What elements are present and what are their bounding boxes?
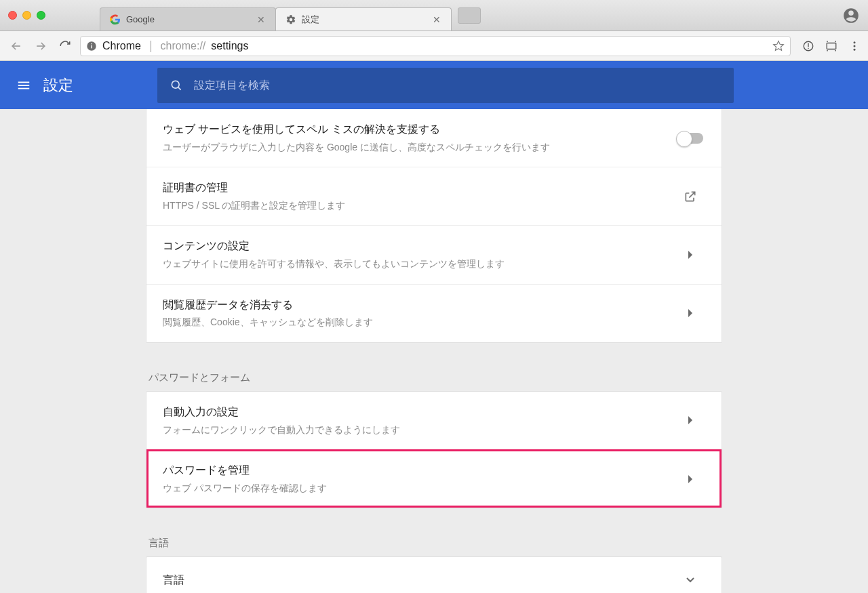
- url-separator: |: [149, 39, 153, 53]
- close-icon[interactable]: ✕: [256, 15, 266, 24]
- row-spell-check-service[interactable]: ウェブ サービスを使用してスペル ミスの解決を支援する ユーザーがブラウザに入力…: [146, 109, 722, 167]
- address-bar[interactable]: Chrome | chrome://settings: [80, 36, 791, 56]
- row-autofill-settings[interactable]: 自動入力の設定 フォームにワンクリックで自動入力できるようにします: [146, 392, 722, 449]
- row-title: 閲覧履歴データを消去する: [163, 297, 675, 314]
- url-path: settings: [211, 40, 248, 52]
- svg-rect-5: [827, 43, 836, 49]
- language-card: 言語: [146, 556, 722, 593]
- browser-toolbar: Chrome | chrome://settings: [0, 31, 868, 61]
- row-title: 自動入力の設定: [163, 404, 675, 421]
- profile-avatar-icon[interactable]: [842, 7, 860, 24]
- settings-search-input[interactable]: [194, 79, 722, 91]
- window-close-button[interactable]: [8, 11, 17, 20]
- menu-icon[interactable]: [16, 78, 31, 93]
- toolbar-extensions: [802, 39, 861, 53]
- search-icon: [170, 79, 183, 92]
- row-subtitle: ウェブサイトに使用を許可する情報や、表示してもよいコンテンツを管理します: [163, 256, 675, 271]
- bookmark-star-icon[interactable]: [772, 40, 785, 52]
- tab-settings[interactable]: 設定 ✕: [275, 7, 452, 30]
- chevron-right-icon: [675, 415, 705, 425]
- traffic-lights: [8, 11, 45, 20]
- svg-point-7: [854, 45, 856, 47]
- row-subtitle: 閲覧履歴、Cookie、キャッシュなどを削除します: [163, 314, 675, 329]
- row-manage-certificates[interactable]: 証明書の管理 HTTPS / SSL の証明書と設定を管理します: [146, 167, 722, 225]
- section-label-passwords-forms: パスワードとフォーム: [149, 371, 722, 384]
- chrome-menu-icon[interactable]: [848, 39, 861, 53]
- row-title: 言語: [163, 572, 675, 589]
- row-subtitle: ユーザーがブラウザに入力した内容を Google に送信し、高度なスペルチェック…: [163, 140, 675, 155]
- url-scheme: chrome://: [161, 40, 206, 52]
- privacy-card: ウェブ サービスを使用してスペル ミスの解決を支援する ユーザーがブラウザに入力…: [146, 109, 722, 343]
- svg-rect-1: [91, 45, 92, 48]
- window-minimize-button[interactable]: [22, 11, 31, 20]
- chevron-right-icon: [675, 474, 705, 484]
- svg-point-8: [854, 48, 856, 50]
- settings-search[interactable]: [157, 68, 734, 103]
- row-language[interactable]: 言語: [146, 557, 722, 593]
- extension-frame-icon[interactable]: [825, 39, 838, 53]
- google-icon: [110, 14, 121, 25]
- svg-rect-2: [91, 43, 92, 44]
- reload-button[interactable]: [56, 37, 75, 56]
- passwords-forms-card: 自動入力の設定 フォームにワンクリックで自動入力できるようにします パスワードを…: [146, 391, 722, 508]
- tab-title: Google: [126, 14, 251, 24]
- svg-rect-10: [18, 85, 30, 86]
- row-title: コンテンツの設定: [163, 238, 675, 255]
- settings-content: ウェブ サービスを使用してスペル ミスの解決を支援する ユーザーがブラウザに入力…: [0, 109, 868, 593]
- chevron-right-icon: [675, 250, 705, 260]
- svg-point-4: [808, 47, 809, 49]
- row-subtitle: ウェブ パスワードの保存を確認します: [163, 480, 675, 495]
- row-title: パスワードを管理: [163, 462, 675, 479]
- svg-point-12: [172, 81, 179, 88]
- url-host: Chrome: [102, 40, 141, 52]
- row-content-settings[interactable]: コンテンツの設定 ウェブサイトに使用を許可する情報や、表示してもよいコンテンツを…: [146, 225, 722, 283]
- open-external-icon[interactable]: [675, 190, 705, 203]
- extension-info-icon[interactable]: [802, 39, 815, 53]
- svg-point-6: [854, 41, 856, 43]
- chevron-right-icon: [675, 308, 705, 318]
- svg-rect-9: [18, 81, 30, 83]
- tab-google[interactable]: Google ✕: [100, 7, 276, 30]
- browser-tabs: Google ✕ 設定 ✕: [100, 0, 481, 30]
- row-title: ウェブ サービスを使用してスペル ミスの解決を支援する: [163, 121, 675, 138]
- forward-button[interactable]: [31, 37, 50, 56]
- row-clear-browsing-data[interactable]: 閲覧履歴データを消去する 閲覧履歴、Cookie、キャッシュなどを削除します: [146, 284, 722, 342]
- close-icon[interactable]: ✕: [432, 15, 441, 24]
- settings-header: 設定: [0, 61, 868, 109]
- page-title: 設定: [43, 75, 73, 96]
- toggle-switch[interactable]: [677, 133, 703, 144]
- back-button[interactable]: [7, 37, 26, 56]
- row-manage-passwords[interactable]: パスワードを管理 ウェブ パスワードの保存を確認します: [146, 449, 722, 508]
- row-subtitle: フォームにワンクリックで自動入力できるようにします: [163, 422, 675, 437]
- window-titlebar: Google ✕ 設定 ✕: [0, 0, 868, 31]
- row-title: 証明書の管理: [163, 180, 675, 197]
- chevron-down-icon: [675, 577, 705, 584]
- tab-title: 設定: [302, 14, 427, 26]
- gear-icon: [285, 14, 296, 25]
- window-zoom-button[interactable]: [37, 11, 45, 20]
- section-label-language: 言語: [149, 537, 722, 550]
- svg-rect-11: [18, 87, 30, 89]
- new-tab-button[interactable]: [458, 7, 481, 24]
- site-info-icon[interactable]: [86, 41, 97, 52]
- row-subtitle: HTTPS / SSL の証明書と設定を管理します: [163, 198, 675, 213]
